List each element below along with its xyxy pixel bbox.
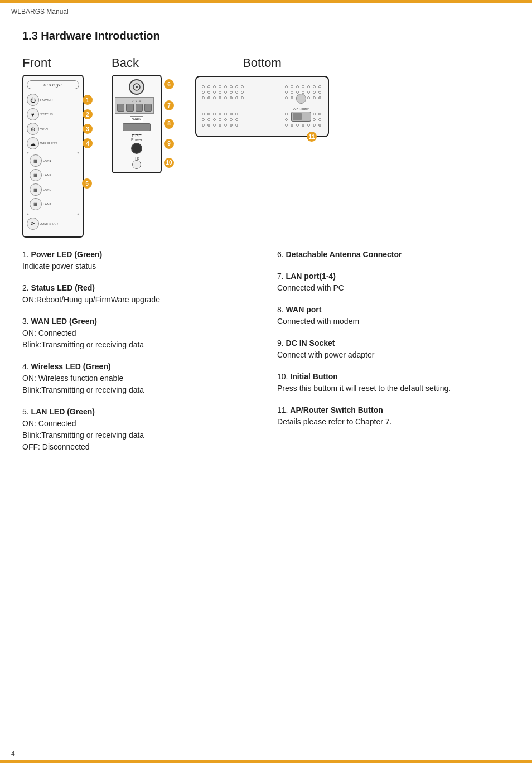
desc-item-8: 8. WAN port Connected with modem [277, 304, 510, 327]
front-panel: corega ⏻ POWER 1 ♥ STATUS 2 [22, 75, 84, 238]
desc-item-10: 10. Initial Button Press this buttom it … [277, 371, 510, 394]
bottom-label: Bottom [243, 56, 282, 70]
badge-9: 9 [164, 139, 174, 149]
lan4-row: ▦ LAN4 [30, 198, 76, 210]
badge-6: 6 [164, 79, 174, 89]
back-label: Back [112, 56, 139, 70]
tilt-button [132, 160, 141, 169]
front-diagram: Front corega ⏻ POWER 1 ♥ STATUS [22, 56, 84, 238]
ap-router-toggle [291, 112, 311, 122]
tilt-back: Tlt 10 [115, 156, 158, 169]
desc-title-6: Detachable Antenna Connector [286, 250, 402, 259]
desc-num-4: 4. [22, 362, 29, 371]
desc-detail-1: Indicate power status [22, 262, 96, 271]
ap-router-labels: AP Router [293, 107, 309, 110]
bottom-switch-area: AP Router [291, 94, 311, 122]
desc-detail-3: ON: ConnectedBlink:Transmitting or recei… [22, 329, 144, 349]
desc-title-2: Status LED (Red) [31, 283, 95, 292]
wan-led-label: WAN [40, 127, 48, 131]
manual-title: WLBARGS Manual [11, 8, 69, 16]
jumpstart-icon: ⟳ [27, 218, 39, 230]
desc-title-7: LAN port(1-4) [286, 272, 336, 281]
antenna-connector [129, 79, 144, 95]
desc-num-1: 1. [22, 250, 29, 259]
front-label: Front [22, 56, 51, 70]
badge-7: 7 [164, 100, 174, 110]
badge-10: 10 [164, 158, 174, 168]
lan1-row: ▦ LAN1 [30, 154, 76, 167]
wan-label: WAN [130, 116, 143, 122]
bottom-diagram: Bottom [195, 56, 329, 137]
desc-item-6: 6. Detachable Antenna Connector [277, 249, 510, 260]
diagrams-section: Front corega ⏻ POWER 1 ♥ STATUS [22, 56, 510, 238]
front-back-block: Front corega ⏻ POWER 1 ♥ STATUS [22, 56, 162, 238]
badge-1: 1 [83, 95, 93, 105]
power-led-label: POWER [40, 98, 53, 102]
badge-5: 5 [82, 178, 92, 189]
antenna-row: 6 [115, 79, 158, 95]
desc-num-9: 9. [277, 339, 284, 347]
desc-title-8: WAN port [286, 305, 322, 314]
desc-num-11: 11. [277, 405, 288, 414]
desc-num-5: 5. [22, 407, 29, 416]
lan2-icon: ▦ [30, 169, 42, 181]
dc-socket [131, 143, 142, 154]
desc-item-7: 7. LAN port(1-4) Connected with PC [277, 271, 510, 294]
desc-title-3: WAN LED (Green) [31, 317, 97, 326]
bottom-bar [0, 760, 532, 763]
svg-point-1 [136, 86, 138, 88]
desc-detail-7: Connected with PC [277, 283, 344, 292]
lan2-row: ▦ LAN2 [30, 169, 76, 181]
lan3-row: ▦ LAN3 [30, 183, 76, 196]
lan-port-2 [126, 104, 133, 112]
lan1-icon: ▦ [30, 154, 42, 167]
section-title: 1.3 Hardware Introduction [22, 30, 510, 42]
status-led-label: STATUS [40, 113, 53, 117]
desc-title-4: Wireless LED (Green) [31, 362, 111, 371]
desc-item-2: 2. Status LED (Red) ON:Reboot/Hung up/Fi… [22, 282, 255, 306]
led-wan-row: ⊕ WAN 3 [27, 123, 79, 135]
desc-title-9: DC IN Socket [286, 339, 335, 347]
back-panel: 6 1 2 3 4 [112, 75, 162, 173]
desc-title-11: AP/Router Switch Button [290, 405, 383, 414]
desc-detail-4: ON: Wireless function enableBlink:Transm… [22, 374, 144, 394]
desc-item-3: 3. WAN LED (Green) ON: ConnectedBlink:Tr… [22, 316, 255, 351]
vent-left [202, 85, 245, 100]
badge-3: 3 [83, 124, 93, 134]
status-led-icon: ♥ [27, 108, 39, 120]
lan-port-1 [117, 104, 124, 112]
badge-8: 8 [164, 119, 174, 129]
desc-num-6: 6. [277, 250, 284, 259]
desc-title-1: Power LED (Green) [31, 250, 103, 259]
desc-item-1: 1. Power LED (Green) Indicate power stat… [22, 249, 255, 272]
desc-col-left: 1. Power LED (Green) Indicate power stat… [22, 249, 255, 463]
power-led-icon: ⏻ [27, 94, 39, 106]
led-wireless-row: ☁ WIRELESS 4 [27, 137, 79, 149]
wireless-led-label: WIRELESS [40, 142, 57, 146]
desc-num-8: 8. [277, 305, 284, 314]
page-number: 4 [11, 750, 15, 757]
lan3-icon: ▦ [30, 183, 42, 196]
desc-item-11: 11. AP/Router Switch Button Details plea… [277, 404, 510, 428]
desc-item-4: 4. Wireless LED (Green) ON: Wireless fun… [22, 361, 255, 396]
desc-detail-8: Connected with modem [277, 317, 359, 326]
desc-item-5: 5. LAN LED (Green) ON: ConnectedBlink:Tr… [22, 406, 255, 453]
desc-detail-5: ON: ConnectedBlink:Transmitting or recei… [22, 419, 144, 451]
led-status-row: ♥ STATUS 2 [27, 108, 79, 120]
desc-num-2: 2. [22, 283, 29, 292]
vent-bottom-left [202, 113, 239, 128]
lan-port-group: 1 2 3 4 [115, 97, 154, 114]
lan-port-3 [136, 104, 143, 112]
desc-detail-2: ON:Reboot/Hung up/FirmWare upgrade [22, 295, 160, 304]
desc-title-10: Initial Button [290, 372, 338, 381]
jumpstart-label: JUMPSTART [40, 222, 60, 226]
page-header: WLBARGS Manual [0, 3, 532, 18]
lan4-icon: ▦ [30, 198, 42, 210]
lan-port-4 [144, 104, 152, 112]
wan-port-back: WAN 8 [115, 116, 158, 131]
desc-num-7: 7. [277, 272, 284, 281]
desc-col-right: 6. Detachable Antenna Connector 7. LAN p… [277, 249, 510, 463]
reset-button-bottom [296, 94, 306, 104]
badge-11: 11 [307, 132, 317, 142]
wireless-led-icon: ☁ [27, 137, 39, 149]
